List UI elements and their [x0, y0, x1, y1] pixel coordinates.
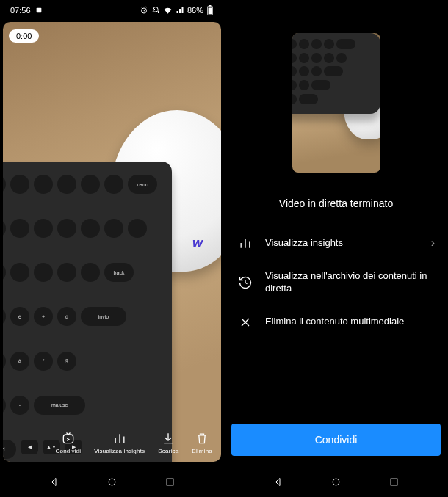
close-icon [238, 315, 253, 330]
nav-recent-button[interactable] [165, 476, 176, 487]
history-icon [238, 275, 253, 290]
insights-icon [238, 236, 253, 250]
signal-icon [176, 6, 184, 15]
share-label: Condividi [56, 448, 82, 454]
delete-button[interactable]: Elimina [192, 431, 212, 454]
alarm-icon [140, 6, 148, 15]
nav-home-button[interactable] [106, 476, 118, 487]
svg-rect-4 [209, 8, 212, 15]
svg-rect-0 [36, 8, 41, 13]
status-time: 07:56 [10, 6, 31, 15]
download-label: Scarica [158, 448, 178, 454]
igtv-icon [61, 431, 76, 446]
menu-archive[interactable]: Visualizza nell'archivio dei contenuti i… [230, 261, 442, 305]
trash-icon [195, 431, 209, 446]
keyboard-prop: canc back ìè+ùinvio òà*§ :-maiusc [3, 162, 172, 462]
menu-archive-label: Visualizza nell'archivio dei contenuti i… [265, 270, 435, 295]
android-nav-bar [0, 466, 224, 497]
video-preview: 0:00 canc back ìè+ùinvio òà*§ [3, 22, 221, 462]
svg-rect-3 [209, 5, 212, 6]
share-primary-button[interactable]: Condividi [231, 424, 441, 456]
menu-delete[interactable]: Elimina il contenuto multimediale [230, 305, 442, 340]
download-icon [161, 431, 176, 446]
timer-badge: 0:00 [9, 29, 39, 43]
battery-icon [206, 5, 214, 15]
wifi-icon [163, 6, 173, 15]
status-bar: 07:56 86% [0, 3, 224, 18]
insights-button[interactable]: Visualizza insights [94, 431, 145, 454]
svg-point-8 [333, 479, 339, 485]
insights-icon [112, 431, 127, 446]
nav-home-button[interactable] [330, 476, 342, 487]
svg-rect-9 [391, 479, 397, 485]
menu-insights[interactable]: Visualizza insights › [230, 225, 442, 261]
dnd-icon [151, 6, 160, 15]
nav-back-button[interactable] [272, 476, 283, 487]
sheet-title: Video in diretta terminato [224, 180, 448, 225]
svg-rect-7 [167, 479, 173, 485]
status-battery: 86% [187, 6, 203, 15]
download-button[interactable]: Scarica [158, 431, 178, 454]
nav-recent-button[interactable] [389, 476, 400, 487]
insights-label: Visualizza insights [94, 448, 145, 454]
bottom-toolbar: Condividi Visualizza insights Scarica El… [3, 431, 221, 454]
thumbnail-area [224, 0, 448, 180]
screenshot-icon [35, 7, 43, 14]
chevron-right-icon: › [431, 236, 435, 251]
nav-back-button[interactable] [48, 476, 59, 487]
left-screen: 07:56 86% 0:00 canc [0, 0, 224, 497]
delete-label: Elimina [192, 448, 212, 454]
android-nav-bar [224, 466, 448, 497]
menu-insights-label: Visualizza insights [265, 237, 419, 250]
svg-point-6 [109, 479, 115, 485]
share-button[interactable]: Condividi [56, 431, 82, 454]
menu-delete-label: Elimina il contenuto multimediale [265, 316, 435, 328]
right-screen: Video in diretta terminato Visualizza in… [224, 0, 448, 497]
video-thumbnail[interactable] [292, 33, 380, 173]
action-sheet: Video in diretta terminato Visualizza in… [224, 180, 448, 466]
